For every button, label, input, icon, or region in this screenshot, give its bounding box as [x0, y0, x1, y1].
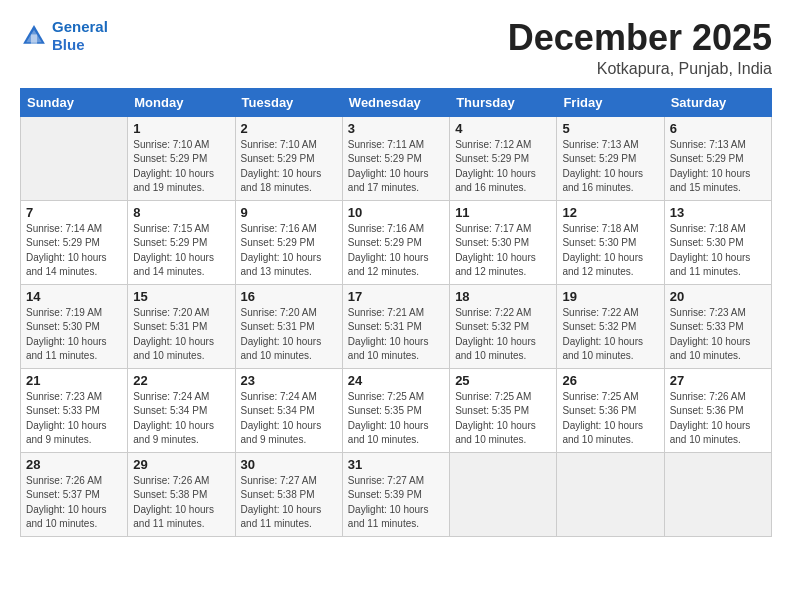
table-row: 19 Sunrise: 7:22 AMSunset: 5:32 PMDaylig… — [557, 284, 664, 368]
day-number: 29 — [133, 457, 229, 472]
day-info: Sunrise: 7:24 AMSunset: 5:34 PMDaylight:… — [133, 390, 229, 448]
table-row — [557, 452, 664, 536]
day-info: Sunrise: 7:13 AMSunset: 5:29 PMDaylight:… — [670, 138, 766, 196]
day-info: Sunrise: 7:20 AMSunset: 5:31 PMDaylight:… — [241, 306, 337, 364]
day-number: 6 — [670, 121, 766, 136]
table-row: 14 Sunrise: 7:19 AMSunset: 5:30 PMDaylig… — [21, 284, 128, 368]
header-monday: Monday — [128, 88, 235, 116]
table-row: 10 Sunrise: 7:16 AMSunset: 5:29 PMDaylig… — [342, 200, 449, 284]
day-number: 26 — [562, 373, 658, 388]
day-number: 14 — [26, 289, 122, 304]
calendar-week-row: 14 Sunrise: 7:19 AMSunset: 5:30 PMDaylig… — [21, 284, 772, 368]
day-info: Sunrise: 7:25 AMSunset: 5:36 PMDaylight:… — [562, 390, 658, 448]
table-row — [21, 116, 128, 200]
day-info: Sunrise: 7:26 AMSunset: 5:38 PMDaylight:… — [133, 474, 229, 532]
day-number: 3 — [348, 121, 444, 136]
table-row: 23 Sunrise: 7:24 AMSunset: 5:34 PMDaylig… — [235, 368, 342, 452]
table-row — [664, 452, 771, 536]
day-info: Sunrise: 7:18 AMSunset: 5:30 PMDaylight:… — [562, 222, 658, 280]
table-row: 22 Sunrise: 7:24 AMSunset: 5:34 PMDaylig… — [128, 368, 235, 452]
table-row: 15 Sunrise: 7:20 AMSunset: 5:31 PMDaylig… — [128, 284, 235, 368]
day-number: 25 — [455, 373, 551, 388]
table-row: 5 Sunrise: 7:13 AMSunset: 5:29 PMDayligh… — [557, 116, 664, 200]
logo-text: General Blue — [52, 18, 108, 54]
day-info: Sunrise: 7:14 AMSunset: 5:29 PMDaylight:… — [26, 222, 122, 280]
table-row: 16 Sunrise: 7:20 AMSunset: 5:31 PMDaylig… — [235, 284, 342, 368]
day-number: 30 — [241, 457, 337, 472]
page: General Blue December 2025 Kotkapura, Pu… — [0, 0, 792, 612]
day-info: Sunrise: 7:16 AMSunset: 5:29 PMDaylight:… — [348, 222, 444, 280]
day-info: Sunrise: 7:22 AMSunset: 5:32 PMDaylight:… — [455, 306, 551, 364]
day-number: 18 — [455, 289, 551, 304]
day-number: 2 — [241, 121, 337, 136]
table-row: 6 Sunrise: 7:13 AMSunset: 5:29 PMDayligh… — [664, 116, 771, 200]
day-number: 7 — [26, 205, 122, 220]
day-number: 13 — [670, 205, 766, 220]
header-wednesday: Wednesday — [342, 88, 449, 116]
logo-icon — [20, 22, 48, 50]
day-number: 5 — [562, 121, 658, 136]
day-number: 1 — [133, 121, 229, 136]
day-info: Sunrise: 7:24 AMSunset: 5:34 PMDaylight:… — [241, 390, 337, 448]
table-row: 25 Sunrise: 7:25 AMSunset: 5:35 PMDaylig… — [450, 368, 557, 452]
day-info: Sunrise: 7:27 AMSunset: 5:38 PMDaylight:… — [241, 474, 337, 532]
table-row: 24 Sunrise: 7:25 AMSunset: 5:35 PMDaylig… — [342, 368, 449, 452]
day-info: Sunrise: 7:10 AMSunset: 5:29 PMDaylight:… — [133, 138, 229, 196]
day-info: Sunrise: 7:12 AMSunset: 5:29 PMDaylight:… — [455, 138, 551, 196]
table-row: 28 Sunrise: 7:26 AMSunset: 5:37 PMDaylig… — [21, 452, 128, 536]
table-row: 21 Sunrise: 7:23 AMSunset: 5:33 PMDaylig… — [21, 368, 128, 452]
day-number: 24 — [348, 373, 444, 388]
calendar-week-row: 21 Sunrise: 7:23 AMSunset: 5:33 PMDaylig… — [21, 368, 772, 452]
day-number: 17 — [348, 289, 444, 304]
day-number: 27 — [670, 373, 766, 388]
day-info: Sunrise: 7:15 AMSunset: 5:29 PMDaylight:… — [133, 222, 229, 280]
header-thursday: Thursday — [450, 88, 557, 116]
table-row: 27 Sunrise: 7:26 AMSunset: 5:36 PMDaylig… — [664, 368, 771, 452]
day-number: 20 — [670, 289, 766, 304]
table-row: 11 Sunrise: 7:17 AMSunset: 5:30 PMDaylig… — [450, 200, 557, 284]
table-row: 4 Sunrise: 7:12 AMSunset: 5:29 PMDayligh… — [450, 116, 557, 200]
table-row: 1 Sunrise: 7:10 AMSunset: 5:29 PMDayligh… — [128, 116, 235, 200]
header-friday: Friday — [557, 88, 664, 116]
table-row: 18 Sunrise: 7:22 AMSunset: 5:32 PMDaylig… — [450, 284, 557, 368]
day-number: 23 — [241, 373, 337, 388]
table-row: 12 Sunrise: 7:18 AMSunset: 5:30 PMDaylig… — [557, 200, 664, 284]
day-info: Sunrise: 7:10 AMSunset: 5:29 PMDaylight:… — [241, 138, 337, 196]
calendar-week-row: 28 Sunrise: 7:26 AMSunset: 5:37 PMDaylig… — [21, 452, 772, 536]
calendar-week-row: 1 Sunrise: 7:10 AMSunset: 5:29 PMDayligh… — [21, 116, 772, 200]
day-info: Sunrise: 7:26 AMSunset: 5:36 PMDaylight:… — [670, 390, 766, 448]
table-row: 30 Sunrise: 7:27 AMSunset: 5:38 PMDaylig… — [235, 452, 342, 536]
day-info: Sunrise: 7:27 AMSunset: 5:39 PMDaylight:… — [348, 474, 444, 532]
day-info: Sunrise: 7:19 AMSunset: 5:30 PMDaylight:… — [26, 306, 122, 364]
day-number: 22 — [133, 373, 229, 388]
month-title: December 2025 — [508, 18, 772, 58]
day-info: Sunrise: 7:23 AMSunset: 5:33 PMDaylight:… — [26, 390, 122, 448]
table-row: 17 Sunrise: 7:21 AMSunset: 5:31 PMDaylig… — [342, 284, 449, 368]
day-number: 11 — [455, 205, 551, 220]
day-number: 10 — [348, 205, 444, 220]
day-number: 19 — [562, 289, 658, 304]
table-row: 8 Sunrise: 7:15 AMSunset: 5:29 PMDayligh… — [128, 200, 235, 284]
day-number: 8 — [133, 205, 229, 220]
day-info: Sunrise: 7:17 AMSunset: 5:30 PMDaylight:… — [455, 222, 551, 280]
day-info: Sunrise: 7:11 AMSunset: 5:29 PMDaylight:… — [348, 138, 444, 196]
table-row: 13 Sunrise: 7:18 AMSunset: 5:30 PMDaylig… — [664, 200, 771, 284]
header-tuesday: Tuesday — [235, 88, 342, 116]
table-row: 26 Sunrise: 7:25 AMSunset: 5:36 PMDaylig… — [557, 368, 664, 452]
svg-rect-2 — [31, 34, 37, 43]
table-row: 20 Sunrise: 7:23 AMSunset: 5:33 PMDaylig… — [664, 284, 771, 368]
table-row: 2 Sunrise: 7:10 AMSunset: 5:29 PMDayligh… — [235, 116, 342, 200]
logo: General Blue — [20, 18, 108, 54]
table-row: 29 Sunrise: 7:26 AMSunset: 5:38 PMDaylig… — [128, 452, 235, 536]
logo-blue: Blue — [52, 36, 85, 53]
day-number: 15 — [133, 289, 229, 304]
table-row: 7 Sunrise: 7:14 AMSunset: 5:29 PMDayligh… — [21, 200, 128, 284]
day-info: Sunrise: 7:18 AMSunset: 5:30 PMDaylight:… — [670, 222, 766, 280]
table-row — [450, 452, 557, 536]
calendar-header-row: Sunday Monday Tuesday Wednesday Thursday… — [21, 88, 772, 116]
day-info: Sunrise: 7:13 AMSunset: 5:29 PMDaylight:… — [562, 138, 658, 196]
header-sunday: Sunday — [21, 88, 128, 116]
day-info: Sunrise: 7:25 AMSunset: 5:35 PMDaylight:… — [455, 390, 551, 448]
table-row: 9 Sunrise: 7:16 AMSunset: 5:29 PMDayligh… — [235, 200, 342, 284]
day-number: 12 — [562, 205, 658, 220]
